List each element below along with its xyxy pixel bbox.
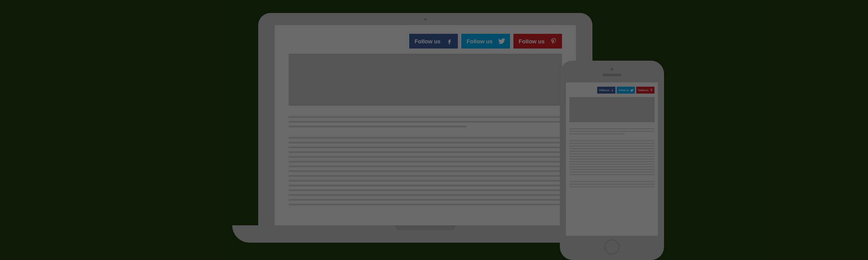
text-line bbox=[569, 146, 654, 146]
text-line bbox=[569, 166, 654, 167]
text-line bbox=[289, 126, 467, 127]
text-line bbox=[289, 185, 562, 186]
phone-mockup: Follow us Follow us Follow us bbox=[560, 61, 664, 260]
laptop-screen: Follow us Follow us Follow us bbox=[275, 25, 576, 225]
hero-placeholder bbox=[289, 54, 562, 106]
text-line bbox=[289, 170, 562, 172]
follow-pinterest-label: Follow us bbox=[638, 89, 648, 91]
text-line bbox=[289, 166, 562, 167]
twitter-icon bbox=[630, 89, 634, 92]
text-line bbox=[569, 131, 654, 132]
text-line bbox=[289, 151, 562, 153]
text-line bbox=[289, 204, 562, 205]
text-line bbox=[289, 189, 562, 191]
text-line bbox=[569, 174, 654, 175]
laptop-body: Follow us Follow us Follow us bbox=[258, 13, 592, 225]
text-block-2 bbox=[289, 137, 562, 205]
follow-facebook-button[interactable]: Follow us bbox=[409, 34, 458, 49]
text-line bbox=[289, 180, 562, 182]
follow-pinterest-button[interactable]: Follow us bbox=[636, 87, 654, 94]
twitter-icon bbox=[497, 38, 506, 45]
text-line bbox=[289, 199, 562, 201]
facebook-icon bbox=[611, 88, 614, 92]
follow-twitter-label: Follow us bbox=[467, 38, 493, 45]
social-row: Follow us Follow us Follow us bbox=[569, 87, 654, 94]
follow-pinterest-button[interactable]: Follow us bbox=[513, 34, 562, 49]
hero-placeholder bbox=[569, 97, 654, 122]
phone-home-button-icon bbox=[604, 239, 620, 255]
text-line bbox=[289, 161, 562, 162]
facebook-icon bbox=[445, 36, 454, 46]
text-line bbox=[569, 186, 654, 187]
text-line bbox=[569, 156, 654, 157]
text-line bbox=[569, 164, 654, 165]
text-line bbox=[289, 121, 562, 123]
laptop-notch bbox=[395, 225, 456, 231]
follow-pinterest-label: Follow us bbox=[519, 38, 545, 45]
text-line bbox=[569, 153, 654, 154]
text-line bbox=[569, 159, 654, 159]
text-line bbox=[569, 161, 654, 162]
follow-facebook-label: Follow us bbox=[599, 89, 609, 91]
phone-screen: Follow us Follow us Follow us bbox=[566, 82, 658, 236]
text-line bbox=[289, 146, 562, 148]
text-line bbox=[569, 151, 654, 152]
text-line bbox=[289, 116, 562, 118]
text-line bbox=[289, 142, 562, 143]
text-line bbox=[569, 140, 654, 141]
text-block-1 bbox=[569, 128, 654, 134]
text-line bbox=[569, 184, 654, 185]
text-line bbox=[289, 137, 562, 139]
text-line bbox=[289, 156, 562, 158]
text-block-2 bbox=[569, 140, 654, 175]
laptop-camera-icon bbox=[424, 18, 427, 21]
text-line bbox=[289, 194, 562, 196]
phone-camera-icon bbox=[611, 68, 614, 71]
follow-twitter-button[interactable]: Follow us bbox=[461, 34, 510, 49]
follow-twitter-label: Follow us bbox=[619, 89, 629, 91]
text-line bbox=[569, 133, 625, 134]
phone-speaker-icon bbox=[602, 74, 621, 76]
text-block-3 bbox=[569, 181, 654, 187]
text-line bbox=[569, 128, 654, 129]
text-line bbox=[569, 169, 654, 170]
text-block-1 bbox=[289, 116, 562, 127]
text-line bbox=[569, 172, 654, 172]
social-row: Follow us Follow us Follow us bbox=[289, 34, 562, 49]
follow-facebook-button[interactable]: Follow us bbox=[597, 87, 615, 94]
pinterest-icon bbox=[549, 37, 559, 46]
text-line bbox=[569, 143, 654, 144]
text-line bbox=[569, 181, 654, 182]
text-line bbox=[569, 148, 654, 149]
text-line bbox=[289, 175, 562, 177]
pinterest-icon bbox=[650, 88, 653, 92]
laptop-mockup: Follow us Follow us Follow us bbox=[258, 13, 592, 243]
follow-twitter-button[interactable]: Follow us bbox=[617, 87, 635, 94]
follow-facebook-label: Follow us bbox=[414, 38, 441, 45]
